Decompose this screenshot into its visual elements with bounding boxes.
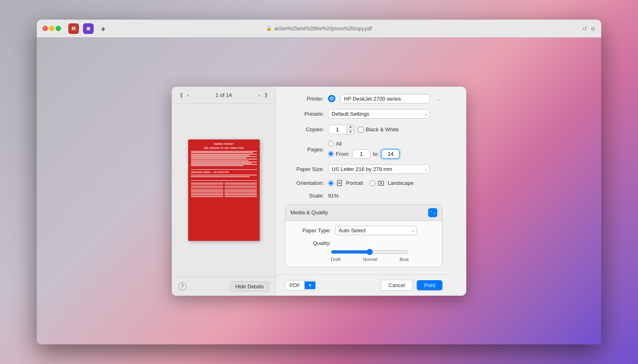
pages-from-radio[interactable]	[328, 151, 334, 157]
next-page-button[interactable]: ›	[257, 92, 262, 99]
scale-value: 91%	[328, 193, 339, 199]
black-white-checkbox[interactable]	[358, 127, 364, 133]
first-page-button[interactable]: ⟪	[178, 92, 184, 99]
browser-window: M ▣ ◈ 🔒 action%20and%20the%20press%20cop…	[37, 20, 601, 344]
options-full: Printer: HP DeskJet 2700 series	[276, 87, 452, 296]
share-icon[interactable]: ⊖	[591, 25, 595, 32]
print-dialog: ⟪ ‹ 1 of 14 › ⟫ PIERRE PONANT THE ORIGIN…	[172, 87, 466, 296]
preview-columns	[191, 182, 257, 238]
page-preview: PIERRE PONANT THE ORIGINS OF ART DIRECTI…	[188, 139, 260, 241]
maximize-button[interactable]	[56, 26, 61, 31]
preview-bottom-bar: ? Hide Details	[172, 277, 276, 296]
paper-type-label: Paper Type:	[292, 227, 331, 234]
prev-page-button[interactable]: ‹	[186, 92, 191, 99]
pages-to-input[interactable]	[381, 149, 400, 159]
browser-content: ⟪ ‹ 1 of 14 › ⟫ PIERRE PONANT THE ORIGIN…	[37, 38, 601, 344]
paper-size-select[interactable]: US Letter 216 by 279 mm	[328, 164, 429, 174]
paper-size-label: Paper Size:	[285, 166, 324, 172]
options-fields: Printer: HP DeskJet 2700 series	[276, 87, 452, 274]
preview-nav: ⟪ ‹ 1 of 14 › ⟫	[172, 87, 276, 104]
orientation-row: Orientation:	[285, 180, 443, 187]
app-icon-3: ◈	[98, 23, 108, 34]
hide-details-button[interactable]: Hide Details	[230, 281, 269, 292]
pages-from-input[interactable]	[352, 149, 371, 159]
pages-to-text: to:	[373, 151, 379, 157]
media-quality-title: Media & Quality	[290, 209, 328, 216]
printer-select[interactable]: HP DeskJet 2700 series	[340, 94, 430, 103]
copies-stepper-buttons: ▲ ▼	[346, 124, 355, 135]
media-quality-expand-button[interactable]: ⌃⌄	[428, 208, 437, 217]
landscape-text: Landscape	[388, 180, 414, 186]
media-quality-header: Media & Quality ⌃⌄	[285, 205, 442, 221]
quality-slider-container: Draft Normal Best	[331, 249, 436, 262]
dialog-bottom: PDF ▼ Cancel Print	[276, 274, 452, 296]
quality-row: Quality: Draft Normal Best	[292, 240, 436, 262]
print-button[interactable]: Print	[417, 280, 443, 290]
presets-row: Presets: Default Settings ⌄	[285, 109, 443, 119]
copies-control: ▲ ▼ Black & White	[328, 124, 443, 135]
pages-control: All From: to:	[328, 141, 443, 159]
presets-select[interactable]: Default Settings	[328, 109, 429, 119]
landscape-radio[interactable]	[370, 180, 375, 186]
copies-increment-button[interactable]: ▲	[347, 125, 354, 130]
quality-draft-label: Draft	[331, 257, 341, 262]
dialog-action-buttons: Cancel Print	[381, 280, 443, 291]
scale-row: Scale: 91%	[285, 193, 443, 199]
pdf-arrow-icon: ▼	[305, 281, 315, 289]
scale-control: 91%	[328, 193, 443, 199]
portrait-text: Portrait	[346, 180, 363, 186]
printer-select-arrow: ⌄	[437, 97, 440, 101]
titlebar: M ▣ ◈ 🔒 action%20and%20the%20press%20cop…	[37, 20, 601, 38]
landscape-option[interactable]: Landscape	[370, 180, 414, 187]
preview-text-block-1	[191, 151, 257, 166]
portrait-icon	[336, 180, 343, 187]
minimize-button[interactable]	[49, 26, 54, 31]
paper-size-row: Paper Size: US Letter 216 by 279 mm ⌄	[285, 164, 443, 174]
url-text: action%20and%20the%20press%20copy.pdf	[274, 26, 372, 31]
copies-stepper: ▲ ▼	[328, 124, 355, 135]
copies-label: Copies:	[285, 126, 324, 133]
preview-panel: ⟪ ‹ 1 of 14 › ⟫ PIERRE PONANT THE ORIGIN…	[172, 87, 276, 296]
pages-all-option[interactable]: All	[328, 141, 341, 147]
page-indicator: 1 of 14	[216, 92, 232, 98]
url-bar: 🔒 action%20and%20the%20press%20copy.pdf	[266, 26, 372, 31]
preview-title-line1: PIERRE PONANT	[191, 143, 257, 146]
orientation-control: Portrait	[328, 180, 443, 187]
svg-point-1	[331, 98, 332, 99]
black-white-label[interactable]: Black & White	[358, 126, 399, 133]
app-icon-2: ▣	[83, 23, 94, 34]
preview-divider-2	[191, 180, 257, 181]
portrait-option[interactable]: Portrait	[328, 180, 363, 187]
preview-divider	[191, 169, 257, 170]
quality-labels: Draft Normal Best	[331, 257, 409, 262]
printer-control: HP DeskJet 2700 series ⌄	[328, 94, 443, 103]
paper-type-select[interactable]: Auto Select	[335, 226, 417, 235]
media-quality-section: Media & Quality ⌃⌄ Paper Type:	[285, 204, 443, 267]
preview-title-line2: THE ORIGINS OF ART DIRECTION	[191, 147, 257, 150]
quality-row-header: Quality:	[292, 240, 436, 246]
printer-select-wrapper: HP DeskJet 2700 series ⌄	[340, 94, 443, 103]
presets-label: Presets:	[285, 111, 324, 117]
printer-row: Printer: HP DeskJet 2700 series	[285, 94, 443, 103]
pages-from-option[interactable]: From:	[328, 151, 350, 157]
portrait-radio[interactable]	[328, 180, 334, 186]
quality-normal-label: Normal	[363, 257, 377, 262]
last-page-button[interactable]: ⟫	[263, 92, 269, 99]
app-icon-1: M	[68, 23, 79, 34]
pdf-button[interactable]: PDF ▼	[285, 280, 316, 290]
help-button[interactable]: ?	[178, 282, 186, 290]
chevron-up-down-icon: ⌃⌄	[429, 210, 436, 215]
preview-text-block-2	[191, 175, 257, 177]
paper-type-row: Paper Type: Auto Select ⌄	[292, 226, 436, 235]
pages-all-radio[interactable]	[328, 141, 334, 146]
reload-icon[interactable]: ↺	[582, 25, 587, 32]
pages-from-to-group: From: to:	[328, 149, 400, 159]
cancel-button[interactable]: Cancel	[381, 280, 413, 291]
lock-icon: 🔒	[266, 26, 272, 31]
quality-slider[interactable]	[331, 249, 409, 255]
preview-subheading: VÉRONIQUE VIENNE — ART DIRECTION	[191, 171, 257, 173]
close-button[interactable]	[43, 26, 48, 31]
copies-decrement-button[interactable]: ▼	[347, 130, 354, 135]
copies-input[interactable]	[328, 125, 346, 134]
titlebar-right: ↺ ⊖	[582, 25, 595, 32]
